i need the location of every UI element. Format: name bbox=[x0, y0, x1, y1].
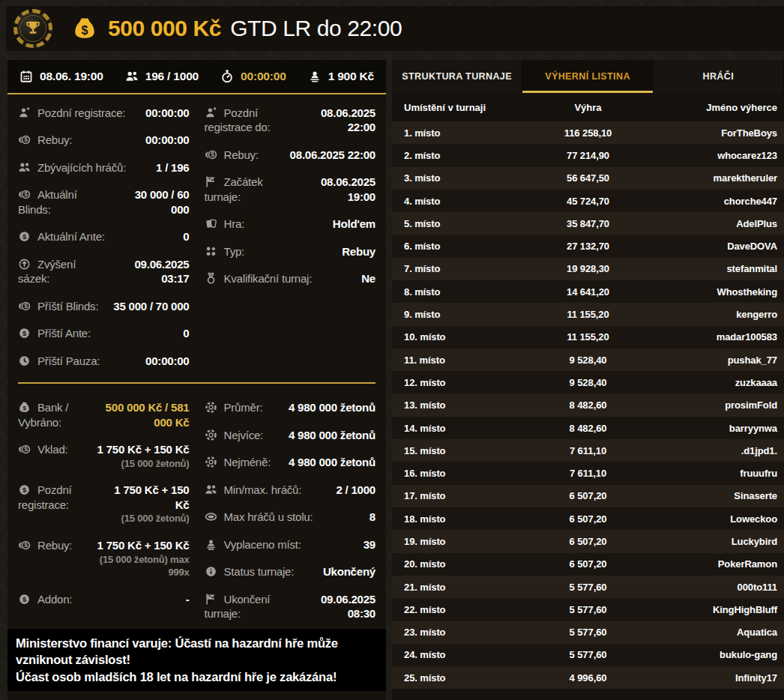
details-column-left: Bank / Vybráno: 500 000 Kč / 581 000 Kč … bbox=[18, 394, 190, 628]
info-icon bbox=[205, 565, 217, 578]
info-row: Pozdní registrace: 00:00:00 bbox=[18, 99, 190, 127]
winner-name: madar100583 bbox=[659, 331, 784, 343]
info-label: Zbývajících hráčů: bbox=[18, 160, 148, 175]
info-value: 00:00:00 bbox=[145, 133, 189, 146]
info-label: Hra: bbox=[205, 217, 325, 232]
cards-icon bbox=[205, 217, 217, 230]
info-row: Aktuální Ante: 0 bbox=[18, 223, 190, 251]
tournament-title-text: GTD LR do 22:00 bbox=[230, 16, 402, 40]
winner-row: 11. místo 9 528,40 pushak_77 bbox=[392, 349, 784, 371]
winner-prize: 5 577,60 bbox=[517, 649, 658, 660]
winner-name: Loweckoo bbox=[659, 513, 784, 525]
info-value: - bbox=[186, 593, 190, 606]
winner-name: 000to111 bbox=[659, 582, 784, 593]
winner-place: 24. místo bbox=[392, 649, 517, 660]
winner-row: 20. místo 6 507,20 PokerRamon bbox=[392, 553, 784, 576]
dollar-icon bbox=[18, 483, 31, 496]
winner-place: 2. místo bbox=[392, 150, 517, 161]
dollar-icon bbox=[18, 230, 31, 243]
info-row: Příští Pauza: 00:00:00 bbox=[18, 347, 190, 375]
tab-label: HRÁČI bbox=[703, 71, 735, 82]
winner-prize: 9 528,40 bbox=[517, 377, 658, 388]
winner-prize: 6 507,20 bbox=[517, 513, 658, 525]
info-value: 09.06.2025 08:30 bbox=[321, 593, 376, 621]
winner-prize: 11 155,20 bbox=[517, 331, 658, 343]
info-subvalue: (15 000 žetonů) bbox=[97, 458, 190, 471]
info-value: 39 bbox=[364, 538, 376, 551]
winner-place: 6. místo bbox=[392, 241, 517, 252]
info-label: Aktuální Blinds: bbox=[18, 187, 109, 217]
info-row: Začátek turnaje: 08.06.2025 19:00 bbox=[205, 169, 376, 211]
winner-place: 17. místo bbox=[392, 490, 517, 501]
winner-row: 8. místo 14 641,20 Whostheking bbox=[392, 280, 784, 303]
winner-row: 9. místo 11 155,20 kengerro bbox=[392, 303, 784, 325]
winner-prize: 14 641,20 bbox=[517, 286, 658, 298]
info-value: Ukončený bbox=[323, 565, 376, 578]
info-value: 0 bbox=[183, 230, 189, 243]
stat-value: 196 / 1000 bbox=[145, 70, 199, 83]
tournament-details-section-1: Pozdní registrace: 00:00:00 Rebuy: 00:00… bbox=[7, 94, 386, 376]
flag-icon bbox=[205, 593, 217, 606]
info-row: Aktuální Blinds: 30 000 / 60 000 bbox=[18, 181, 190, 223]
info-value: Rebuy bbox=[342, 245, 376, 258]
winner-place: 8. místo bbox=[392, 286, 517, 298]
winner-row: 24. místo 5 577,60 bukulo-gang bbox=[392, 644, 784, 666]
coins-icon bbox=[18, 133, 31, 146]
chip-icon bbox=[205, 401, 217, 414]
winner-place: 16. místo bbox=[392, 468, 517, 479]
chip-icon bbox=[205, 456, 217, 468]
tab-winners-list[interactable]: VÝHERNÍ LISTINA bbox=[522, 60, 653, 93]
info-label: Aktuální Ante: bbox=[18, 229, 175, 244]
info-label: Pozdní registrace: bbox=[18, 106, 138, 121]
info-value: 1 750 Kč + 150 Kč bbox=[97, 443, 190, 456]
info-value: 2 / 1000 bbox=[336, 483, 376, 496]
medal-icon bbox=[205, 272, 217, 285]
winner-row: 7. místo 19 928,30 stefanmital bbox=[392, 258, 784, 280]
info-row: Zbývajících hráčů: 1 / 196 bbox=[18, 154, 190, 181]
info-row: Rebuy: 1 750 Kč + 150 Kč(15 000 žetonů) … bbox=[18, 532, 190, 585]
winner-place: 1. místo bbox=[392, 127, 517, 139]
info-row: Vyplaceno míst: 39 bbox=[205, 531, 376, 558]
info-label: Rebuy: bbox=[18, 133, 138, 148]
winner-prize: 5 577,60 bbox=[517, 582, 658, 593]
tab-players[interactable]: HRÁČI bbox=[654, 60, 784, 93]
info-label: Vklad: bbox=[18, 442, 90, 457]
winner-prize: 45 724,70 bbox=[517, 196, 658, 207]
winner-prize: 5 577,60 bbox=[517, 627, 658, 638]
info-label: Příští Ante: bbox=[18, 326, 175, 341]
info-row: Vklad: 1 750 Kč + 150 Kč(15 000 žetonů) bbox=[18, 436, 190, 477]
winner-name: kengerro bbox=[659, 309, 784, 320]
money-bag-icon bbox=[72, 16, 97, 41]
info-row: Hra: Hold'em bbox=[205, 211, 376, 238]
winner-place: 22. místo bbox=[392, 604, 517, 615]
winner-place: 10. místo bbox=[392, 331, 517, 343]
winner-name: DaveDOVA bbox=[659, 241, 784, 252]
winner-place: 7. místo bbox=[392, 263, 517, 274]
info-value: 09.06.2025 03:17 bbox=[134, 258, 189, 286]
winner-prize: 77 214,90 bbox=[517, 150, 658, 161]
info-label: Rebuy: bbox=[205, 148, 283, 163]
winner-prize: 27 132,70 bbox=[517, 241, 658, 252]
person-icon bbox=[18, 106, 31, 119]
details-column-right: Průměr: 4 980 000 žetonů Nejvíce: 4 980 … bbox=[205, 394, 376, 628]
info-subvalue: (15 000 žetonů) bbox=[114, 513, 190, 525]
winner-row: 25. místo 4 996,60 Infinity17 bbox=[392, 666, 784, 689]
winner-prize: 6 507,20 bbox=[517, 558, 658, 570]
winner-name: AdelPlus bbox=[659, 218, 784, 229]
winner-place: 13. místo bbox=[392, 399, 517, 411]
winner-row: 17. místo 6 507,20 Sinaserte bbox=[392, 485, 784, 507]
info-value: 8 bbox=[370, 510, 376, 523]
winner-prize: 7 611,10 bbox=[517, 468, 658, 479]
flag-icon bbox=[205, 175, 217, 188]
calendar-icon bbox=[19, 70, 33, 83]
winner-place: 11. místo bbox=[392, 354, 517, 366]
winner-prize: 7 611,10 bbox=[517, 445, 658, 456]
winner-row: 15. místo 7 611,10 .d1jpd1. bbox=[392, 439, 784, 462]
info-value: 00:00:00 bbox=[145, 106, 189, 119]
tab-tournament-structure[interactable]: STRUKTURA TURNAJE bbox=[392, 60, 522, 93]
winner-row: 22. místo 5 577,60 KingHighBluff bbox=[392, 598, 784, 621]
winner-place: 3. místo bbox=[392, 172, 517, 184]
info-row: Rebuy: 00:00:00 bbox=[18, 127, 190, 154]
info-row: Pozdní registrace: 1 750 Kč + 150 Kč(15 … bbox=[18, 477, 190, 532]
dollar-icon bbox=[18, 593, 31, 606]
